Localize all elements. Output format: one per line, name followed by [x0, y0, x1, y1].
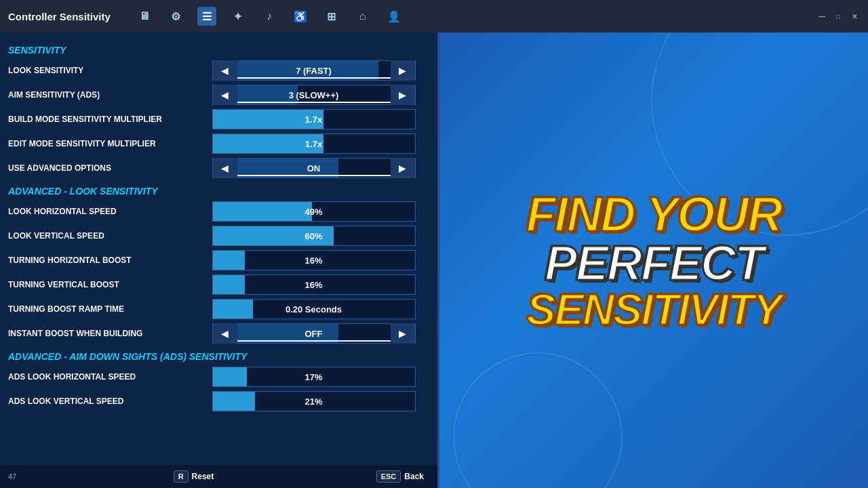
- look-vertical-speed-control: 60%: [198, 226, 429, 246]
- build-mode-sensitivity-row: BUILD MODE SENSITIVITY MULTIPLIER 1.7x: [0, 107, 437, 131]
- turning-vertical-boost-row: TURNING VERTICAL BOOST 16%: [0, 272, 437, 297]
- ads-look-vertical-speed-control: 21%: [198, 391, 429, 411]
- build-mode-sensitivity-bar[interactable]: 1.7x: [212, 109, 416, 129]
- turning-horizontal-boost-label: TURNING HORIZONTAL BOOST: [8, 256, 198, 265]
- aim-sensitivity-slider[interactable]: ◀ 3 (SLOW++) ▶: [212, 85, 416, 105]
- minimize-button[interactable]: —: [816, 11, 827, 22]
- monitor-icon[interactable]: 🖥: [135, 7, 154, 26]
- look-sensitivity-label: LOOK SENSITIVITY: [8, 66, 198, 75]
- instant-boost-building-control: ◀ OFF ▶: [198, 323, 429, 344]
- ads-look-vertical-speed-row: ADS LOOK VERTICAL SPEED 21%: [0, 389, 437, 413]
- turning-horizontal-boost-value: 16%: [213, 256, 415, 266]
- aim-sensitivity-right-arrow[interactable]: ▶: [391, 85, 415, 105]
- edit-mode-sensitivity-value: 1.7x: [213, 139, 415, 149]
- audio-icon[interactable]: ♪: [260, 7, 279, 26]
- look-vertical-speed-label: LOOK VERTICAL SPEED: [8, 231, 198, 241]
- look-vertical-speed-bar[interactable]: 60%: [212, 226, 416, 246]
- look-horizontal-speed-row: LOOK HORIZONTAL SPEED 49%: [0, 199, 437, 224]
- controller-icon[interactable]: ⌂: [353, 7, 372, 26]
- turning-horizontal-boost-row: TURNING HORIZONTAL BOOST 16%: [0, 248, 437, 272]
- aim-sensitivity-control: ◀ 3 (SLOW++) ▶: [198, 85, 429, 105]
- section-advanced-ads-header: ADVANCED - AIM DOWN SIGHTS (ADS) SENSITI…: [0, 346, 437, 365]
- aim-sensitivity-value: 3 (SLOW++): [237, 90, 391, 100]
- aim-sensitivity-label: AIM SENSITIVITY (ADS): [8, 90, 198, 100]
- turning-boost-ramp-time-label: TURNING BOOST RAMP TIME: [8, 304, 198, 314]
- look-sensitivity-control: ◀ 7 (FAST) ▶: [198, 60, 429, 81]
- turning-boost-ramp-time-bar[interactable]: 0.20 Seconds: [212, 299, 416, 319]
- turning-horizontal-boost-control: 16%: [198, 250, 429, 270]
- turning-vertical-boost-bar[interactable]: 16%: [212, 274, 416, 295]
- look-sensitivity-value: 7 (FAST): [237, 66, 391, 76]
- back-key: ESC: [376, 470, 401, 483]
- promo-line-1: FIND YOUR: [526, 190, 782, 239]
- brightness-icon[interactable]: ✦: [229, 7, 248, 26]
- instant-boost-building-row: INSTANT BOOST WHEN BUILDING ◀ OFF ▶: [0, 321, 437, 346]
- instant-boost-building-slider[interactable]: ◀ OFF ▶: [212, 323, 416, 344]
- reset-key: R: [174, 470, 189, 483]
- use-advanced-options-row: USE ADVANCED OPTIONS ◀ ON ▶: [0, 156, 437, 180]
- look-horizontal-speed-label: LOOK HORIZONTAL SPEED: [8, 207, 198, 216]
- turning-vertical-boost-value: 16%: [213, 280, 415, 290]
- look-sensitivity-right-arrow[interactable]: ▶: [391, 60, 415, 81]
- look-horizontal-speed-bar[interactable]: 49%: [212, 201, 416, 222]
- promo-text-block: FIND YOUR PERFECT SENSITIVITY: [519, 183, 789, 338]
- look-sensitivity-slider[interactable]: ◀ 7 (FAST) ▶: [212, 60, 416, 81]
- window-title: Controller Sensitivity: [8, 11, 111, 22]
- back-button[interactable]: ESC Back: [376, 470, 424, 483]
- use-advanced-options-right-arrow[interactable]: ▶: [391, 158, 415, 178]
- reset-label: Reset: [192, 472, 214, 481]
- title-bar: Controller Sensitivity 🖥 ⚙ ☰ ✦ ♪ ♿ ⊞ ⌂ 👤…: [0, 0, 868, 33]
- instant-boost-building-value: OFF: [237, 329, 391, 339]
- use-advanced-options-value: ON: [237, 163, 391, 174]
- maximize-button[interactable]: □: [833, 11, 844, 22]
- accessibility-icon[interactable]: ♿: [291, 7, 310, 26]
- page-number: 47: [8, 472, 16, 481]
- promo-line-3: SENSITIVITY: [526, 287, 782, 331]
- close-button[interactable]: ✕: [849, 11, 860, 22]
- use-advanced-options-label: USE ADVANCED OPTIONS: [8, 163, 198, 173]
- turning-vertical-boost-label: TURNING VERTICAL BOOST: [8, 280, 198, 289]
- ads-look-vertical-speed-bar[interactable]: 21%: [212, 391, 416, 411]
- gear-icon[interactable]: ⚙: [166, 7, 185, 26]
- turning-boost-ramp-time-value: 0.20 Seconds: [213, 304, 415, 314]
- instant-boost-left-arrow[interactable]: ◀: [213, 323, 237, 344]
- account-icon[interactable]: 👤: [384, 7, 403, 26]
- aim-sensitivity-row: AIM SENSITIVITY (ADS) ◀ 3 (SLOW++) ▶: [0, 83, 437, 107]
- aim-sensitivity-left-arrow[interactable]: ◀: [213, 85, 237, 105]
- edit-mode-sensitivity-row: EDIT MODE SENSITIVITY MULTIPLIER 1.7x: [0, 131, 437, 156]
- turning-horizontal-boost-bar[interactable]: 16%: [212, 250, 416, 270]
- section-advanced-look-header: ADVANCED - LOOK SENSITIVITY: [0, 180, 437, 199]
- turning-vertical-boost-control: 16%: [198, 274, 429, 295]
- look-vertical-speed-row: LOOK VERTICAL SPEED 60%: [0, 224, 437, 248]
- promo-line-2: PERFECT: [526, 239, 782, 287]
- section-sensitivity-header: SENSITIVITY: [0, 39, 437, 58]
- edit-mode-sensitivity-label: EDIT MODE SENSITIVITY MULTIPLIER: [8, 139, 198, 148]
- list-icon[interactable]: ☰: [197, 7, 216, 26]
- nav-icons: 🖥 ⚙ ☰ ✦ ♪ ♿ ⊞ ⌂ 👤: [135, 7, 806, 26]
- look-horizontal-speed-value: 49%: [213, 207, 415, 217]
- instant-boost-right-arrow[interactable]: ▶: [391, 323, 415, 344]
- promo-panel: FIND YOUR PERFECT SENSITIVITY: [439, 33, 868, 488]
- use-advanced-options-left-arrow[interactable]: ◀: [213, 158, 237, 178]
- build-mode-sensitivity-control: 1.7x: [198, 109, 429, 129]
- settings-panel: SENSITIVITY LOOK SENSITIVITY ◀ 7 (FAST) …: [0, 33, 437, 488]
- use-advanced-options-slider[interactable]: ◀ ON ▶: [212, 158, 416, 178]
- ads-look-horizontal-speed-value: 17%: [213, 372, 415, 382]
- build-mode-sensitivity-label: BUILD MODE SENSITIVITY MULTIPLIER: [8, 115, 198, 124]
- ads-look-horizontal-speed-bar[interactable]: 17%: [212, 367, 416, 387]
- edit-mode-sensitivity-control: 1.7x: [198, 134, 429, 154]
- ads-look-horizontal-speed-label: ADS LOOK HORIZONTAL SPEED: [8, 372, 198, 382]
- use-advanced-options-control: ◀ ON ▶: [198, 158, 429, 178]
- ads-look-horizontal-speed-control: 17%: [198, 367, 429, 387]
- look-sensitivity-left-arrow[interactable]: ◀: [213, 60, 237, 81]
- build-mode-sensitivity-value: 1.7x: [213, 115, 415, 125]
- turning-boost-ramp-time-control: 0.20 Seconds: [198, 299, 429, 319]
- main-container: SENSITIVITY LOOK SENSITIVITY ◀ 7 (FAST) …: [0, 33, 868, 488]
- look-sensitivity-row: LOOK SENSITIVITY ◀ 7 (FAST) ▶: [0, 58, 437, 83]
- ads-look-vertical-speed-label: ADS LOOK VERTICAL SPEED: [8, 396, 198, 406]
- window-controls: — □ ✕: [816, 11, 860, 22]
- ads-look-vertical-speed-value: 21%: [213, 396, 415, 407]
- edit-mode-sensitivity-bar[interactable]: 1.7x: [212, 134, 416, 154]
- network-icon[interactable]: ⊞: [322, 7, 341, 26]
- reset-button[interactable]: R Reset: [174, 470, 214, 483]
